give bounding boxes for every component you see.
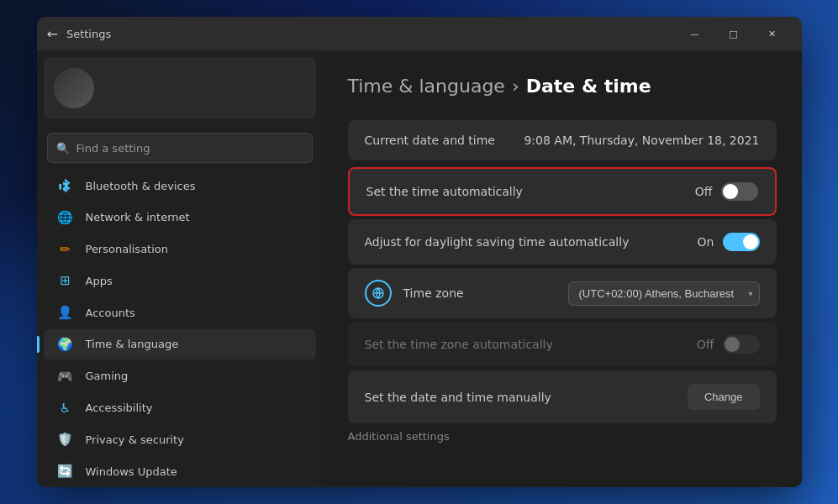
auto-timezone-card: Set the time zone automatically Off bbox=[348, 322, 777, 367]
svg-text:⑆: ⑆ bbox=[59, 180, 66, 192]
search-icon: 🔍 bbox=[56, 142, 70, 155]
search-input[interactable]: Find a setting bbox=[76, 142, 150, 155]
controller-icon: 🎮 bbox=[57, 368, 74, 385]
title-bar: ← Settings — □ ✕ bbox=[37, 17, 802, 50]
sidebar-item-label: Accessibility bbox=[86, 402, 153, 414]
brush-icon: ✏️ bbox=[57, 241, 74, 258]
bluetooth-icon: ⑆ bbox=[57, 177, 74, 194]
nav-item-time[interactable]: 🌍 Time & language bbox=[44, 329, 316, 360]
auto-time-card: Set the time automatically Off bbox=[348, 167, 777, 216]
network-icon: 🌐 bbox=[57, 209, 74, 226]
toggle-thumb bbox=[743, 234, 758, 249]
breadcrumb-separator: › bbox=[512, 76, 519, 97]
main-panel: Time & language › Date & time Current da… bbox=[323, 50, 802, 487]
change-button[interactable]: Change bbox=[688, 384, 760, 410]
daylight-card: Adjust for daylight saving time automati… bbox=[348, 219, 777, 265]
back-button[interactable]: ← bbox=[47, 26, 58, 42]
accessibility-icon: ♿ bbox=[57, 400, 74, 417]
nav-item-personalisation[interactable]: ✏️ Personalisation bbox=[44, 234, 316, 265]
update-icon: 🔄 bbox=[57, 463, 74, 480]
nav-item-accessibility[interactable]: ♿ Accessibility bbox=[44, 393, 316, 423]
auto-timezone-toggle[interactable] bbox=[723, 335, 760, 354]
auto-time-state: Off bbox=[695, 185, 713, 198]
sidebar: 🔍 Find a setting ⑆ Bluetooth & devices 🌐… bbox=[37, 50, 323, 487]
daylight-toggle[interactable] bbox=[723, 233, 760, 251]
breadcrumb-parent: Time & language bbox=[348, 76, 505, 97]
sidebar-item-label: Personalisation bbox=[86, 243, 169, 255]
sidebar-item-label: Time & language bbox=[86, 338, 179, 350]
sidebar-item-label: Bluetooth & devices bbox=[86, 180, 196, 192]
content-area: 🔍 Find a setting ⑆ Bluetooth & devices 🌐… bbox=[37, 50, 802, 487]
additional-settings-label: Additional settings bbox=[348, 430, 777, 443]
current-datetime-card: Current date and time 9:08 AM, Thursday,… bbox=[348, 120, 777, 160]
nav-item-bluetooth[interactable]: ⑆ Bluetooth & devices bbox=[44, 171, 316, 201]
sidebar-item-label: Network & internet bbox=[86, 211, 190, 223]
breadcrumb: Time & language › Date & time bbox=[348, 76, 777, 97]
current-datetime-value: 9:08 AM, Thursday, November 18, 2021 bbox=[524, 134, 759, 147]
auto-timezone-state: Off bbox=[697, 338, 714, 351]
toggle-thumb bbox=[723, 184, 738, 199]
avatar bbox=[54, 68, 94, 108]
current-datetime-label: Current date and time bbox=[365, 134, 495, 147]
manual-time-label: Set the date and time manually bbox=[365, 391, 551, 404]
sidebar-item-label: Privacy & security bbox=[86, 433, 184, 446]
daylight-right: On bbox=[698, 233, 760, 251]
daylight-state: On bbox=[698, 235, 714, 249]
close-button[interactable]: ✕ bbox=[753, 20, 792, 47]
auto-time-toggle[interactable] bbox=[721, 182, 758, 201]
maximize-button[interactable]: □ bbox=[714, 20, 753, 47]
person-icon: 👤 bbox=[57, 304, 74, 321]
manual-time-card: Set the date and time manually Change bbox=[348, 370, 777, 423]
auto-time-right: Off bbox=[695, 182, 758, 201]
window-title: Settings bbox=[66, 28, 676, 40]
globe-icon: 🌍 bbox=[57, 336, 74, 353]
apps-icon: ⊞ bbox=[57, 272, 74, 289]
auto-time-label: Set the time automatically bbox=[366, 185, 523, 198]
daylight-label: Adjust for daylight saving time automati… bbox=[365, 235, 630, 249]
minimize-button[interactable]: — bbox=[676, 20, 714, 47]
timezone-dropdown-container: (UTC+02:00) Athens, Bucharest ▾ bbox=[568, 281, 760, 306]
nav-item-apps[interactable]: ⊞ Apps bbox=[44, 266, 316, 297]
auto-timezone-label: Set the time zone automatically bbox=[365, 338, 553, 351]
shield-icon: 🛡️ bbox=[57, 431, 74, 448]
nav-item-network[interactable]: 🌐 Network & internet bbox=[44, 202, 316, 233]
timezone-left: Time zone bbox=[365, 280, 464, 307]
profile-area bbox=[44, 57, 316, 119]
sidebar-item-label: Gaming bbox=[86, 370, 129, 382]
search-box[interactable]: 🔍 Find a setting bbox=[47, 133, 313, 163]
timezone-card: Time zone (UTC+02:00) Athens, Bucharest … bbox=[348, 268, 777, 318]
auto-timezone-right: Off bbox=[697, 335, 760, 354]
timezone-label: Time zone bbox=[403, 286, 464, 300]
search-container: 🔍 Find a setting bbox=[37, 126, 323, 170]
nav-item-gaming[interactable]: 🎮 Gaming bbox=[44, 361, 316, 391]
timezone-icon bbox=[365, 280, 392, 307]
breadcrumb-current: Date & time bbox=[526, 76, 651, 97]
nav-item-update[interactable]: 🔄 Windows Update bbox=[44, 456, 316, 486]
nav-item-accounts[interactable]: 👤 Accounts bbox=[44, 297, 316, 328]
sidebar-item-label: Windows Update bbox=[86, 465, 177, 478]
toggle-thumb bbox=[725, 337, 740, 352]
timezone-select[interactable]: (UTC+02:00) Athens, Bucharest bbox=[568, 281, 760, 306]
sidebar-item-label: Apps bbox=[86, 275, 113, 287]
window-controls: — □ ✕ bbox=[676, 20, 792, 47]
sidebar-item-label: Accounts bbox=[86, 307, 135, 319]
settings-window: ← Settings — □ ✕ 🔍 Find a setting bbox=[37, 17, 802, 487]
nav-item-privacy[interactable]: 🛡️ Privacy & security bbox=[44, 424, 316, 454]
